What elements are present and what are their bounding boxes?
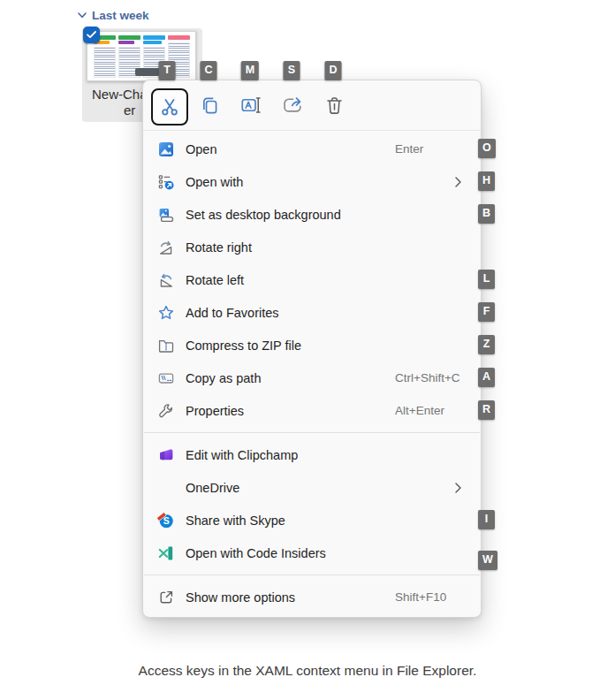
submenu-chevron-icon (454, 482, 462, 494)
access-key-badge-T: T (159, 61, 176, 80)
menu-item-label: Open (186, 142, 216, 156)
menu-item-properties[interactable]: PropertiesAlt+Enter (143, 394, 481, 427)
menu-item-label: Copy as path (186, 371, 261, 385)
file-name-line2: er (124, 103, 135, 118)
menu-item-onedrive[interactable]: OneDrive (143, 471, 481, 504)
menu-item-shortcut: Enter (395, 142, 423, 156)
delete-icon (323, 95, 345, 117)
file-name-line1: New-Cha (92, 87, 148, 102)
context-menu-items: OpenEnterOpen withSet as desktop backgro… (143, 131, 481, 617)
access-key-badge-S: S (284, 61, 300, 80)
access-key-badge-D: D (324, 61, 341, 80)
command-bar (143, 80, 481, 131)
share-button[interactable] (276, 88, 309, 122)
photo-icon (157, 141, 175, 158)
menu-item-compress-zip[interactable]: Compress to ZIP file (143, 329, 481, 361)
access-key-badge-B: B (478, 204, 495, 224)
access-key-badge-M: M (241, 61, 259, 80)
menu-item-label: Rotate left (186, 273, 244, 287)
submenu-chevron-icon (454, 176, 462, 188)
menu-item-label: Set as desktop background (186, 208, 341, 222)
menu-item-label: Add to Favorites (186, 306, 279, 320)
menu-item-set-desktop-background[interactable]: Set as desktop background (143, 198, 481, 231)
menu-item-show-more-options[interactable]: Show more optionsShift+F10 (143, 581, 481, 613)
menu-item-copy-as-path[interactable]: Copy as pathCtrl+Shift+C (143, 361, 481, 394)
menu-item-label: Show more options (186, 590, 295, 605)
group-header-last-week[interactable]: Last week (78, 9, 149, 22)
rotate-right-icon (157, 239, 175, 256)
access-key-badge-I: I (478, 510, 495, 529)
desktop-background-icon (157, 206, 175, 224)
menu-separator (144, 432, 480, 433)
menu-item-label: Open with (186, 175, 243, 189)
no-icon (157, 479, 175, 497)
menu-item-open-code-insiders[interactable]: Open with Code Insiders (143, 536, 481, 569)
group-header-label: Last week (92, 9, 149, 22)
share-icon (281, 94, 304, 117)
open-with-icon (157, 173, 175, 191)
copy-button[interactable] (193, 88, 226, 122)
scissors-icon (158, 95, 181, 118)
menu-item-label: Share with Skype (186, 514, 285, 528)
access-key-badge-C: C (200, 61, 216, 80)
access-key-badge-F: F (478, 302, 495, 322)
context-menu: OpenEnterOpen withSet as desktop backgro… (142, 80, 482, 618)
rotate-left-icon (157, 271, 175, 289)
menu-item-open[interactable]: OpenEnter (143, 133, 481, 165)
access-key-badge-H: H (478, 171, 495, 191)
copy-path-icon (157, 369, 175, 387)
rename-icon (239, 94, 262, 117)
access-key-badge-Z: Z (478, 335, 495, 354)
menu-item-label: Rotate right (186, 240, 252, 255)
code-insiders-icon (157, 544, 175, 562)
clipchamp-icon (157, 446, 175, 464)
menu-item-shortcut: Shift+F10 (395, 590, 446, 604)
menu-item-label: OneDrive (186, 481, 239, 495)
menu-item-share-skype[interactable]: SShare with Skype (143, 504, 481, 536)
menu-item-shortcut: Ctrl+Shift+C (395, 371, 460, 384)
menu-item-edit-clipchamp[interactable]: Edit with Clipchamp (143, 438, 481, 471)
show-more-icon (157, 589, 175, 606)
skype-icon: S (157, 512, 175, 529)
chevron-down-icon (78, 12, 87, 19)
menu-item-label: Compress to ZIP file (186, 339, 301, 353)
access-key-badge-R: R (478, 400, 495, 420)
caption-text: Access keys in the XAML context menu in … (0, 663, 615, 679)
menu-item-add-to-favorites[interactable]: Add to Favorites (143, 296, 481, 329)
cut-button[interactable] (151, 88, 188, 126)
access-key-badge-W: W (478, 551, 497, 570)
star-icon (157, 304, 175, 322)
selected-check-icon (83, 27, 100, 43)
access-key-badge-L: L (478, 270, 495, 289)
zip-folder-icon (157, 337, 175, 354)
access-key-badge-A: A (478, 368, 495, 387)
rename-button[interactable] (234, 88, 268, 122)
menu-item-open-with[interactable]: Open with (143, 165, 481, 198)
menu-item-label: Properties (186, 404, 244, 418)
menu-item-rotate-right[interactable]: Rotate right (143, 231, 481, 263)
access-key-badge-O: O (478, 139, 496, 158)
menu-separator (144, 574, 480, 575)
menu-item-label: Open with Code Insiders (186, 546, 326, 560)
copy-icon (199, 95, 221, 117)
menu-item-label: Edit with Clipchamp (186, 448, 298, 462)
file-explorer-canvas: Last week New-Cha er OpenEnterOpen withS… (0, 0, 615, 700)
menu-item-shortcut: Alt+Enter (395, 404, 444, 417)
wrench-icon (157, 402, 175, 420)
delete-button[interactable] (317, 88, 351, 122)
menu-item-rotate-left[interactable]: Rotate left (143, 263, 481, 296)
